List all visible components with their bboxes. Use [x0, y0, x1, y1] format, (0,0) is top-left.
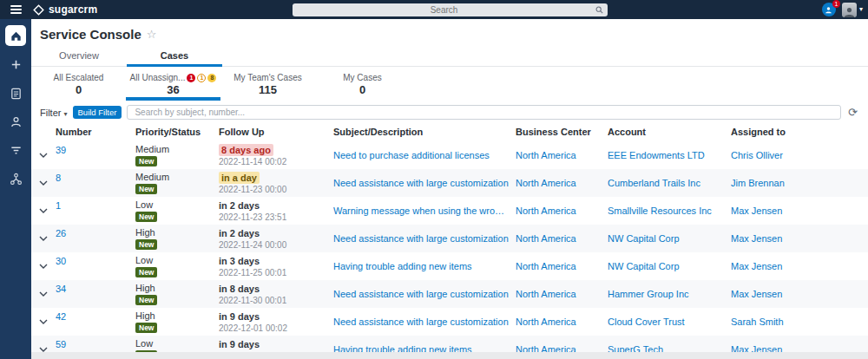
hamburger-menu-icon[interactable]: [0, 0, 31, 19]
column-follow-up[interactable]: Follow Up: [219, 127, 333, 137]
case-subject-link[interactable]: Need assistance with large customization: [333, 178, 516, 188]
tab-cases[interactable]: Cases: [127, 46, 222, 66]
chevron-down-icon: [39, 180, 48, 186]
status-badge: New: [135, 295, 157, 305]
case-number-link[interactable]: 42: [56, 308, 135, 322]
metric-all-unassigned[interactable]: All Unassign... 1 1 8 36: [126, 71, 220, 101]
sidebar-item-create[interactable]: [5, 54, 26, 75]
case-number-link[interactable]: 30: [56, 252, 135, 266]
assigned-user-link[interactable]: Jim Brennan: [731, 178, 868, 188]
status-badge: New: [135, 239, 157, 250]
business-center-link[interactable]: North America: [516, 178, 608, 188]
column-number[interactable]: Number: [56, 127, 135, 137]
case-number-link[interactable]: 26: [56, 225, 135, 238]
account-link[interactable]: Cloud Cover Trust: [608, 317, 731, 327]
row-expand-button[interactable]: [31, 180, 56, 186]
global-search-input[interactable]: [293, 5, 595, 15]
row-expand-button[interactable]: [31, 264, 56, 269]
metric-all-escalated[interactable]: All Escalated 0: [31, 71, 126, 101]
column-business-center[interactable]: Business Center: [516, 127, 608, 137]
case-number-link[interactable]: 59: [56, 336, 135, 349]
account-link[interactable]: NW Capital Corp: [608, 261, 731, 271]
case-number-link[interactable]: 39: [56, 141, 135, 155]
assigned-user-link[interactable]: Sarah Smith: [731, 317, 868, 327]
column-priority-status[interactable]: Priority/Status: [135, 127, 219, 137]
plus-icon: [10, 58, 23, 71]
row-expand-button[interactable]: [31, 291, 56, 297]
account-link[interactable]: EEE Endowments LTD: [608, 150, 731, 160]
case-subject-link[interactable]: Need assistance with large customization: [333, 289, 516, 299]
chevron-down-icon: [39, 153, 48, 158]
metric-value: 36: [129, 83, 217, 96]
global-search[interactable]: [293, 3, 608, 16]
case-subject-link[interactable]: Need assistance with large customization: [333, 317, 516, 327]
case-subject-link[interactable]: Warning message when using the wrong bro…: [333, 206, 516, 216]
metric-label: My Cases: [319, 73, 406, 82]
priority-label: Low: [135, 199, 153, 210]
clipboard-icon: [10, 87, 23, 100]
row-expand-button[interactable]: [31, 208, 56, 213]
chevron-down-icon: [39, 236, 48, 241]
table-row: 8 Medium New in a day 2022-11-23 00:00 N…: [31, 169, 868, 197]
sidebar-item-home[interactable]: [5, 25, 26, 46]
home-icon: [10, 29, 23, 42]
sidebar-item-filters[interactable]: [5, 140, 26, 160]
follow-up-date: 2022-11-14 00:02: [219, 157, 326, 166]
horizontal-scrollbar[interactable]: [31, 352, 868, 359]
column-subject[interactable]: Subject/Description: [333, 127, 516, 137]
business-center-link[interactable]: North America: [516, 233, 608, 244]
row-expand-button[interactable]: [31, 153, 56, 158]
table-row: 39 Medium New 8 days ago 2022-11-14 00:0…: [31, 141, 868, 169]
case-number-link[interactable]: 34: [56, 280, 135, 294]
row-expand-button[interactable]: [31, 236, 56, 241]
case-number-link[interactable]: 1: [56, 197, 135, 211]
sidebar-item-reports[interactable]: [5, 82, 26, 103]
case-subject-link[interactable]: Need to purchase additional licenses: [333, 150, 516, 160]
follow-up-date: 2022-11-23 23:51: [219, 212, 326, 222]
case-subject-link[interactable]: Need assistance with large customization: [333, 233, 516, 244]
business-center-link[interactable]: North America: [516, 150, 608, 160]
follow-up-relative: 8 days ago: [219, 144, 273, 156]
row-expand-button[interactable]: [31, 319, 56, 324]
assigned-user-link[interactable]: Chris Olliver: [731, 150, 868, 160]
brand-logo[interactable]: sugarcrm: [33, 3, 97, 16]
tab-overview[interactable]: Overview: [31, 46, 127, 66]
column-assigned-to[interactable]: Assigned to: [731, 127, 868, 137]
sidebar-item-contacts[interactable]: [5, 111, 26, 132]
chevron-down-icon: ▾: [859, 6, 863, 13]
list-search-input[interactable]: [127, 105, 841, 120]
business-center-link[interactable]: North America: [516, 261, 608, 271]
metric-my-teams-cases[interactable]: My Team's Cases 115: [220, 71, 315, 101]
status-badge: New: [135, 267, 157, 277]
favorite-star-icon[interactable]: ☆: [147, 29, 157, 40]
priority-status-cell: High New: [135, 283, 219, 305]
assigned-user-link[interactable]: Max Jensen: [731, 233, 868, 244]
account-link[interactable]: Smallville Resources Inc: [608, 206, 731, 216]
notifications-button[interactable]: 1: [822, 3, 836, 16]
column-account[interactable]: Account: [608, 127, 731, 137]
metric-value: 0: [319, 83, 406, 96]
account-link[interactable]: Cumberland Trails Inc: [608, 178, 731, 188]
table-row: 30 Low New in 3 days 2022-11-25 00:01 Ha…: [31, 252, 868, 280]
status-badge: New: [135, 212, 157, 222]
business-center-link[interactable]: North America: [516, 289, 608, 299]
profile-menu[interactable]: ▾: [842, 3, 863, 17]
account-link[interactable]: NW Capital Corp: [608, 233, 731, 244]
account-link[interactable]: Hammer Group Inc: [608, 289, 731, 299]
business-center-link[interactable]: North America: [516, 206, 608, 216]
refresh-button[interactable]: ⟳: [846, 107, 859, 118]
journey-map-icon: [10, 173, 23, 186]
case-number-link[interactable]: 8: [56, 169, 135, 183]
main-content: Service Console ☆ Overview Cases All Esc…: [31, 19, 868, 359]
business-center-link[interactable]: North America: [516, 317, 608, 327]
follow-up-cell: 8 days ago 2022-11-14 00:02: [219, 144, 333, 166]
assigned-user-link[interactable]: Max Jensen: [731, 206, 868, 216]
sidebar-item-journeys[interactable]: [5, 168, 26, 189]
assigned-user-link[interactable]: Max Jensen: [731, 289, 868, 299]
follow-up-cell: in 8 days 2022-11-30 00:01: [219, 283, 333, 305]
filter-dropdown[interactable]: Filter ▾: [40, 108, 68, 118]
metric-my-cases[interactable]: My Cases 0: [315, 71, 410, 101]
build-filter-button[interactable]: Build Filter: [73, 106, 122, 119]
case-subject-link[interactable]: Having trouble adding new items: [333, 261, 516, 271]
assigned-user-link[interactable]: Max Jensen: [731, 261, 868, 271]
